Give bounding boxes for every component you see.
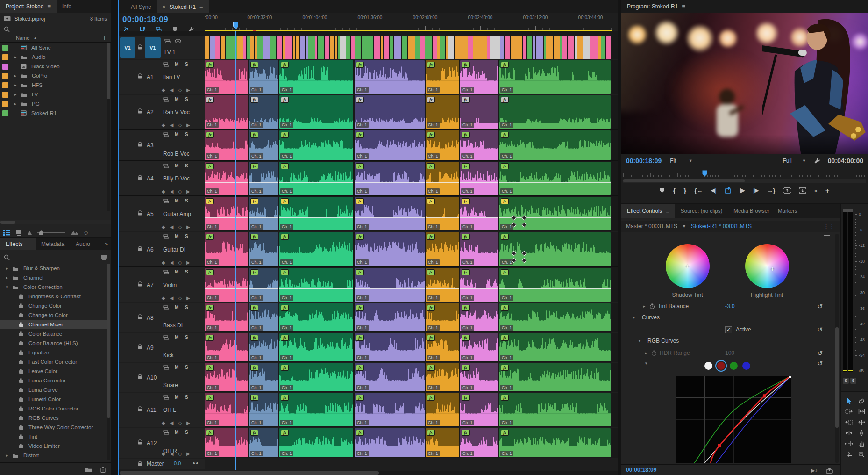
solo-button[interactable]: S <box>185 335 188 340</box>
solo-button[interactable]: S <box>185 198 188 203</box>
effect-item-video-limiter[interactable]: Video Limiter <box>0 441 107 451</box>
track-id[interactable]: A6 <box>147 246 154 253</box>
audio-clip[interactable]: fxCh. 1 <box>499 162 611 195</box>
panel-menu-icon[interactable]: ≡ <box>47 3 51 10</box>
color-wheel-shadow-tint[interactable]: + <box>666 244 710 288</box>
prev-keyframe-icon[interactable]: ◀ <box>170 295 174 301</box>
project-item-black-video[interactable]: Black Video <box>0 62 107 71</box>
twirl-icon[interactable]: ▸ <box>5 275 9 280</box>
delete-icon[interactable] <box>100 467 106 473</box>
volume-rubber-band[interactable] <box>460 217 498 218</box>
effects-bin-channel[interactable]: ▸Channel <box>0 273 107 282</box>
track-name[interactable]: Guitar DI <box>163 246 185 253</box>
volume-rubber-band[interactable] <box>426 116 459 116</box>
label-color-swatch[interactable] <box>2 82 8 88</box>
project-item-lv[interactable]: ▸LV <box>0 90 107 99</box>
track-name[interactable]: Rah V Voc <box>163 109 190 115</box>
audio-clip[interactable]: fxCh. 1 <box>426 197 459 230</box>
ripple-edit-tool[interactable] <box>856 407 867 416</box>
video-clip[interactable] <box>487 36 490 59</box>
track-id[interactable]: A10 <box>147 374 157 381</box>
audio-clip[interactable]: fxCh. 1 <box>355 268 425 302</box>
audio-clip[interactable]: fxCh. 1 <box>249 197 278 230</box>
solo-button[interactable]: S <box>185 395 188 400</box>
rolling-edit-tool[interactable] <box>856 418 867 426</box>
search-icon[interactable] <box>4 254 10 260</box>
audio-clip[interactable]: fxCh. 1 <box>460 428 498 457</box>
button-editor-chevron[interactable]: » <box>814 187 818 194</box>
project-item-pg[interactable]: ▸PG <box>0 99 107 108</box>
icon-view-icon[interactable] <box>15 230 22 236</box>
sync-lock-icon[interactable] <box>163 234 169 239</box>
show-keyframes-icon[interactable]: ◆ <box>162 295 165 301</box>
timeline-hscrollbar[interactable] <box>119 471 618 475</box>
audio-clip[interactable]: fxCh. 1 <box>279 130 353 160</box>
track-select-backward-tool[interactable] <box>844 418 854 426</box>
pen-tool[interactable] <box>856 429 867 437</box>
hand-tool[interactable] <box>856 439 867 448</box>
volume-rubber-band[interactable] <box>355 414 425 414</box>
audio-clip[interactable]: fxCh. 1 <box>205 333 248 361</box>
project-item-audio[interactable]: ▸Audio <box>0 52 107 62</box>
volume-rubber-band[interactable] <box>205 446 248 446</box>
volume-rubber-band[interactable] <box>499 351 611 351</box>
audio-clip[interactable]: fxCh. 1 <box>205 268 248 302</box>
video-clip[interactable] <box>490 36 496 59</box>
track-lock-icon[interactable] <box>137 344 142 350</box>
video-clip[interactable] <box>215 36 220 59</box>
solo-button[interactable]: S <box>185 305 188 310</box>
audio-clip[interactable]: fxCh. 1 <box>426 232 459 266</box>
toggle-track-output-icon[interactable] <box>175 39 181 43</box>
track-lock-icon[interactable] <box>137 406 142 412</box>
effect-item-tint[interactable]: Tint <box>0 432 107 441</box>
video-clip[interactable] <box>300 36 305 59</box>
new-custom-bin-icon[interactable] <box>85 467 92 473</box>
video-clip[interactable] <box>523 36 526 59</box>
volume-rubber-band[interactable] <box>460 351 498 351</box>
track-name[interactable]: Snare <box>163 382 178 389</box>
play-button[interactable]: ▶ <box>740 186 746 194</box>
volume-rubber-band[interactable] <box>355 116 425 116</box>
track-lock-icon[interactable] <box>137 461 142 467</box>
volume-rubber-band[interactable] <box>279 288 353 289</box>
prev-keyframe-icon[interactable]: ◀ <box>170 224 174 230</box>
effect-item-lumetri-color[interactable]: Lumetri Color <box>0 395 107 404</box>
volume-rubber-band[interactable] <box>355 217 425 218</box>
video-clip[interactable] <box>533 36 535 59</box>
volume-rubber-band[interactable] <box>205 414 248 414</box>
volume-rubber-band[interactable] <box>205 288 248 289</box>
audio-clip[interactable]: fxCh. 1 <box>499 60 611 94</box>
volume-rubber-band[interactable] <box>499 81 611 81</box>
audio-clip[interactable]: fxCh. 1 <box>460 197 498 230</box>
effect-item-rgb-color-corrector[interactable]: RGB Color Corrector <box>0 404 107 413</box>
audio-clip[interactable]: fxCh. 1 <box>205 393 248 426</box>
project-column-header[interactable]: Name ▲ F <box>0 34 111 42</box>
track-name[interactable]: Kick <box>163 352 174 359</box>
track-id[interactable]: A12 <box>147 440 157 446</box>
track-id[interactable]: A5 <box>147 211 154 217</box>
tab-media-browser[interactable]: Media Browser <box>728 204 775 218</box>
audio-clip[interactable]: fxCh. 1 <box>205 130 248 160</box>
playhead-line[interactable] <box>235 31 236 470</box>
label-color-swatch[interactable] <box>2 73 8 79</box>
track-lock-icon[interactable] <box>137 439 142 445</box>
video-clip[interactable] <box>318 36 324 59</box>
track-name[interactable]: Bass DI <box>163 322 183 329</box>
effects-bin-distort[interactable]: ▸Distort <box>0 451 107 460</box>
volume-rubber-band[interactable] <box>279 149 353 149</box>
audio-clip[interactable]: fxCh. 1 <box>355 393 425 426</box>
go-to-in-button[interactable]: {← <box>694 187 703 194</box>
video-clip[interactable] <box>496 36 500 59</box>
solo-button[interactable]: S <box>185 163 188 168</box>
solo-button[interactable]: S <box>185 62 188 67</box>
volume-rubber-band[interactable] <box>205 321 248 321</box>
zoom-tool[interactable] <box>856 450 867 459</box>
track-id[interactable]: A1 <box>147 74 154 80</box>
effect-item-three-way-color-corrector[interactable]: Three-Way Color Corrector <box>0 423 107 432</box>
video-clip[interactable] <box>590 36 598 59</box>
zoom-level-dropdown[interactable]: Fit ▼ <box>670 158 692 164</box>
audio-clip[interactable]: fxCh. 1 <box>355 303 425 331</box>
audio-clip[interactable]: fxCh. 1 <box>460 268 498 302</box>
project-item-gopro[interactable]: ▸GoPro <box>0 71 107 80</box>
audio-clip[interactable]: fxCh. 1 <box>205 363 248 391</box>
